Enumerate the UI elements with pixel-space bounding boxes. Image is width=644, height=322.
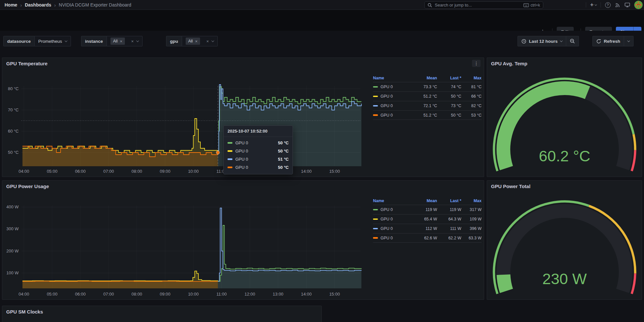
series-name: GPU 0	[381, 113, 393, 118]
refresh-button[interactable]: Refresh	[592, 36, 624, 46]
time-range-group: Last 12 hours	[517, 36, 579, 46]
power-legend-table: NameMeanLast *MaxGPU 0119 W119 W317 WGPU…	[373, 197, 482, 243]
legend-value: 111 W	[437, 226, 461, 231]
news-button[interactable]	[613, 0, 622, 10]
legend-row[interactable]: GPU 051.2 °C50 °C66 °C	[373, 91, 482, 101]
legend-header-cell[interactable]: Last *	[437, 199, 461, 203]
panel-gpu-power-total: GPU Power Total 230 W	[487, 180, 642, 300]
legend-header-cell[interactable]: Name	[373, 199, 412, 203]
gpu-select[interactable]: All × ×	[182, 36, 218, 46]
panel-title[interactable]: GPU Temperature	[6, 61, 47, 66]
series-name: GPU 0	[381, 236, 393, 240]
gpu-chip-all[interactable]: All ×	[186, 38, 200, 45]
screen-share-button[interactable]	[622, 0, 632, 10]
kebab-icon: ⋮	[474, 61, 479, 66]
legend-row[interactable]: GPU 073.3 °C74 °C81 °C	[373, 82, 482, 91]
legend-row[interactable]: GPU 051.2 °C50 °C53 °C	[373, 110, 482, 120]
legend-row[interactable]: GPU 062.6 W62.2 W63.3 W	[373, 233, 482, 243]
instance-chip-all[interactable]: All ×	[110, 38, 125, 45]
series-name: GPU 0	[235, 140, 275, 145]
series-name: GPU 0	[381, 226, 393, 231]
legend-header-cell[interactable]: Mean	[412, 199, 437, 203]
instance-select[interactable]: All × ×	[107, 36, 143, 46]
series-name: GPU 0	[381, 94, 393, 99]
legend-row[interactable]: GPU 065.4 W64.3 W109 W	[373, 214, 482, 224]
legend-value: 72.1 °C	[412, 104, 437, 108]
legend-row[interactable]: GPU 072.1 °C73 °C82 °C	[373, 101, 482, 110]
temperature-legend-table: NameMeanLast *MaxGPU 073.3 °C74 °C81 °CG…	[373, 74, 482, 120]
chevron-down-icon	[560, 39, 563, 42]
new-menu-button[interactable]: +	[588, 1, 599, 8]
chip-remove-icon[interactable]: ×	[120, 39, 123, 44]
monitor-icon	[624, 2, 630, 8]
y-axis-tick-label: 50 °C	[8, 150, 19, 155]
tooltip-series-row: GPU 051 °C	[224, 155, 293, 163]
series-color-swatch	[373, 209, 378, 211]
series-color-swatch	[228, 142, 232, 144]
legend-header-cell[interactable]: Max	[461, 76, 482, 80]
hovered-point-marker	[216, 151, 220, 154]
search-box[interactable]: ctrl+k	[424, 1, 543, 9]
legend-value: 62.6 W	[412, 236, 437, 240]
breadcrumb-current: NVIDIA DCGM Exporter Dashboard	[59, 2, 131, 8]
search-input[interactable]	[435, 3, 521, 8]
time-range-picker[interactable]: Last 12 hours	[517, 36, 566, 46]
clear-icon[interactable]: ×	[131, 39, 134, 44]
legend-value: 62.2 W	[437, 236, 461, 240]
divider	[586, 2, 586, 8]
temperature-time-series-chart[interactable]: 50 °C60 °C70 °C80 °C04:0005:0006:0007:00…	[2, 71, 368, 177]
x-axis-tick-label: 10:00	[188, 169, 199, 174]
series-color-swatch	[373, 218, 378, 220]
legend-value: 51.2 °C	[412, 94, 437, 99]
series-name: GPU 0	[235, 157, 275, 162]
legend-value: 396 W	[461, 226, 482, 231]
legend-header-cell[interactable]: Mean	[412, 76, 437, 80]
divider	[601, 2, 601, 8]
chip-remove-icon[interactable]: ×	[195, 39, 198, 44]
instance-label: instance	[81, 36, 107, 46]
panel-gpu-temperature: GPU Temperature ⋮ 50 °C60 °C70 °C80 °C04…	[2, 57, 484, 177]
user-avatar[interactable]	[634, 1, 643, 9]
series-name: GPU 0	[381, 217, 393, 221]
panel-title[interactable]: GPU Power Usage	[6, 184, 49, 189]
series-color-swatch	[373, 86, 378, 88]
x-axis-tick-label: 05:00	[47, 169, 58, 174]
help-icon: ?	[605, 2, 611, 8]
refresh-icon	[596, 39, 601, 44]
help-button[interactable]: ?	[603, 0, 613, 10]
legend-header-cell[interactable]: Max	[461, 199, 482, 203]
legend-row[interactable]: GPU 0119 W119 W317 W	[373, 205, 482, 214]
variables-toolbar: datasource Prometheus instance All × × g…	[0, 36, 644, 46]
zoom-out-button[interactable]	[566, 36, 579, 46]
breadcrumb-separator-icon: ›	[54, 2, 56, 8]
breadcrumb-dashboards[interactable]: Dashboards	[25, 2, 51, 8]
datasource-select[interactable]: Prometheus	[35, 36, 71, 46]
panel-menu-button[interactable]: ⋮	[472, 60, 481, 67]
tooltip-series-row: GPU 050 °C	[224, 163, 293, 171]
y-axis-tick-label: 400 W	[6, 204, 19, 209]
y-axis-tick-label: 100 W	[6, 270, 19, 275]
variable-instance: instance All × ×	[81, 36, 143, 46]
legend-header-cell[interactable]: Name	[373, 76, 412, 80]
nav-icon-group: + ?	[584, 0, 644, 10]
power-time-series-chart[interactable]: 100 W200 W300 W400 W04:0005:0006:0007:00…	[2, 194, 368, 300]
panel-title[interactable]: GPU SM Clocks	[6, 309, 43, 314]
breadcrumb: Home › Dashboards › NVIDIA DCGM Exporter…	[5, 0, 131, 10]
series-color-swatch	[228, 158, 232, 160]
chevron-down-icon	[212, 39, 214, 42]
y-axis-tick-label: 80 °C	[8, 86, 19, 91]
breadcrumb-home[interactable]: Home	[5, 2, 17, 8]
avg-temp-gauge: 60.2 °C	[487, 58, 642, 177]
legend-row[interactable]: GPU 0112 W111 W396 W	[373, 224, 482, 233]
series-color-swatch	[373, 114, 378, 116]
gpu-label: gpu	[166, 36, 182, 46]
refresh-group: Refresh	[592, 36, 634, 46]
legend-value: 64.3 W	[437, 217, 461, 221]
legend-header-cell[interactable]: Last *	[437, 76, 461, 80]
x-axis-tick-label: 09:00	[160, 169, 171, 174]
refresh-interval-button[interactable]	[624, 36, 634, 46]
legend-value: 112 W	[412, 226, 437, 231]
clear-icon[interactable]: ×	[206, 39, 209, 44]
legend-value: 66 °C	[461, 94, 482, 99]
chevron-down-icon	[65, 39, 67, 42]
